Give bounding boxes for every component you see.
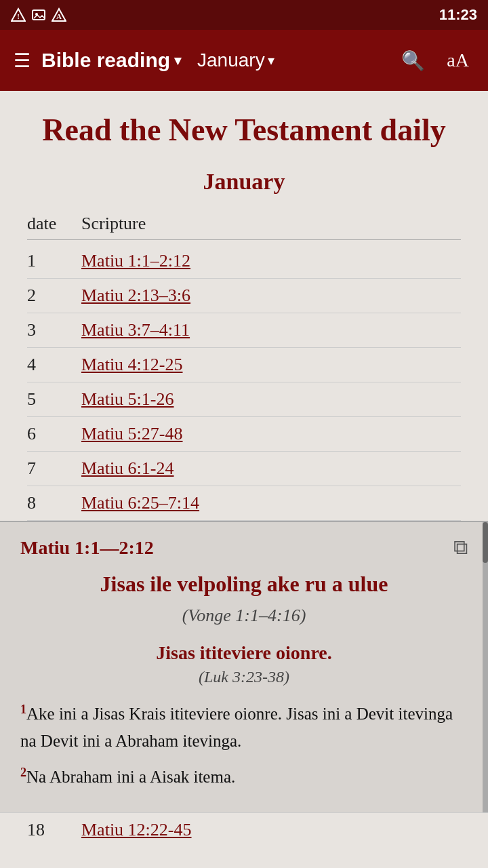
month-dropdown-icon[interactable]: ▾ xyxy=(268,52,274,68)
image-icon xyxy=(31,7,46,22)
app-title[interactable]: Bible reading ▾ xyxy=(41,49,181,72)
reading-list: 1Matiu 1:1–2:122Matiu 2:13–3:63Matiu 3:7… xyxy=(27,244,461,521)
status-time: 11:23 xyxy=(439,6,477,24)
reading-day-num: 5 xyxy=(27,389,81,410)
verse-text: 1Ake ini a Jisas Krais ititeviere oionre… xyxy=(20,700,468,755)
font-size-button[interactable]: aA xyxy=(441,47,474,74)
reading-row: 1Matiu 1:1–2:12 xyxy=(27,244,461,279)
col-date-header: date xyxy=(27,214,81,234)
passage-subtitle: (Vonge 1:1–4:16) xyxy=(20,606,468,626)
open-external-icon[interactable]: ⧉ xyxy=(453,536,468,559)
reading-scripture-link[interactable]: Matiu 1:1–2:12 xyxy=(81,251,190,271)
reading-day-num: 6 xyxy=(27,424,81,444)
main-content: Read the New Testament daily January dat… xyxy=(0,91,488,521)
svg-text:A: A xyxy=(56,12,62,20)
reading-row: 8Matiu 6:25–7:14 xyxy=(27,486,461,521)
scroll-thumb xyxy=(483,522,488,563)
bottom-panel: Matiu 1:1—2:12 ⧉ Jisas ile velpoling ake… xyxy=(0,521,488,812)
col-scripture-header: Scripture xyxy=(81,214,146,234)
reading-day-num: 7 xyxy=(27,458,81,479)
reading-scripture-link[interactable]: Matiu 3:7–4:11 xyxy=(81,320,190,340)
reading-day-num: 3 xyxy=(27,320,81,340)
bottom-reading-row: 18 Matiu 12:22-45 xyxy=(0,812,488,847)
verse-list: 1Ake ini a Jisas Krais ititeviere oionre… xyxy=(20,700,468,791)
reading-row: 7Matiu 6:1-24 xyxy=(27,452,461,486)
status-icons: ! A xyxy=(11,7,66,22)
passage-title: Jisas ile velpoling ake ru a ulue xyxy=(20,570,468,599)
reading-day-num: 2 xyxy=(27,285,81,306)
verse-text: 2Na Abraham ini a Aisak itema. xyxy=(20,763,468,791)
reading-day-num: 4 xyxy=(27,355,81,375)
reading-row: 3Matiu 3:7–4:11 xyxy=(27,313,461,348)
page-title: Read the New Testament daily xyxy=(27,111,461,149)
reading-scripture-link[interactable]: Matiu 6:25–7:14 xyxy=(81,493,199,513)
title-dropdown-icon[interactable]: ▾ xyxy=(174,52,181,68)
bottom-reading-link[interactable]: Matiu 12:22-45 xyxy=(81,820,192,840)
reading-scripture-link[interactable]: Matiu 5:1-26 xyxy=(81,389,174,410)
reading-scripture-link[interactable]: Matiu 5:27-48 xyxy=(81,424,183,444)
reading-scripture-link[interactable]: Matiu 4:12-25 xyxy=(81,355,183,375)
panel-ref: Matiu 1:1—2:12 xyxy=(20,537,154,559)
notification-icon: A xyxy=(52,7,66,22)
table-header: date Scripture xyxy=(27,208,461,240)
scroll-indicator[interactable] xyxy=(483,522,488,812)
reading-day-num: 8 xyxy=(27,493,81,513)
reading-scripture-link[interactable]: Matiu 2:13–3:6 xyxy=(81,285,190,306)
status-bar: ! A 11:23 xyxy=(0,0,488,30)
menu-icon[interactable]: ☰ xyxy=(14,50,30,72)
reading-day-num: 1 xyxy=(27,251,81,271)
month-selector[interactable]: January ▾ xyxy=(197,50,274,71)
reading-row: 6Matiu 5:27-48 xyxy=(27,417,461,452)
panel-header: Matiu 1:1—2:12 ⧉ xyxy=(20,536,468,559)
reading-row: 4Matiu 4:12-25 xyxy=(27,348,461,382)
search-icon[interactable]: 🔍 xyxy=(396,47,430,75)
reading-row: 2Matiu 2:13–3:6 xyxy=(27,279,461,313)
reading-scripture-link[interactable]: Matiu 6:1-24 xyxy=(81,458,174,479)
section-ref: (Luk 3:23-38) xyxy=(20,668,468,686)
warning-icon: ! xyxy=(11,7,26,22)
svg-text:!: ! xyxy=(17,12,20,20)
section-heading: Jisas ititeviere oionre. xyxy=(20,642,468,664)
reading-row: 5Matiu 5:1-26 xyxy=(27,382,461,417)
month-heading: January xyxy=(27,169,461,195)
bottom-day-num: 18 xyxy=(27,820,81,840)
toolbar: ☰ Bible reading ▾ January ▾ 🔍 aA xyxy=(0,30,488,91)
